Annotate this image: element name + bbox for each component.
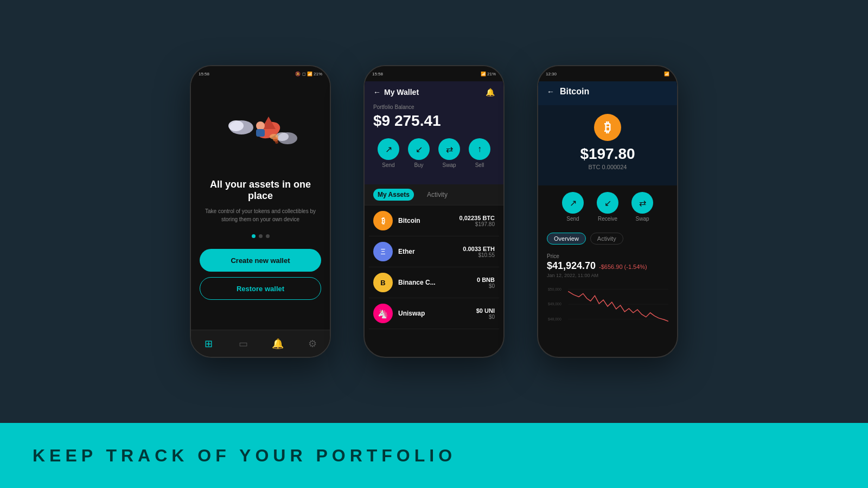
wallet-back[interactable]: ← My Wallet xyxy=(373,88,419,97)
uni-amount-val: $0 UNI xyxy=(476,307,495,314)
uni-name: Uniswap xyxy=(398,310,425,317)
btc-swap-action[interactable]: ⇄ Swap xyxy=(631,192,653,222)
uni-usd-val: $0 xyxy=(476,314,495,320)
bitcoin-info: ₿ $197.80 BTC 0.000024 xyxy=(538,105,677,185)
btc-usd-val: $197.80 xyxy=(459,221,495,227)
nav-bar-1: ⊞ ▭ 🔔 ⚙ xyxy=(191,330,330,357)
svg-text:$48,000: $48,000 xyxy=(548,317,561,321)
asset-list: ₿ Bitcoin 0,02235 BTC $197.80 xyxy=(365,206,503,330)
bnb-amount: 0 BNB $0 xyxy=(477,277,495,289)
tab-my-assets[interactable]: My Assets xyxy=(373,189,414,201)
btc-send-label: Send xyxy=(566,216,579,222)
phone-bitcoin: 12:30 📶 ← Bitcoin ₿ $197.80 BTC 0.000024 xyxy=(537,65,678,358)
list-item[interactable]: Ξ Ether 0.0033 ETH $10.55 xyxy=(369,236,499,267)
btc-symbol: ₿ xyxy=(604,120,611,135)
wallet-screen: ← My Wallet 🔔 Portfolio Balance $9 275.4… xyxy=(365,81,503,330)
asset-left-uni: 🦄 Uniswap xyxy=(373,304,425,323)
bottom-bar: KEEP TRACK OF YOUR PORTFOLIO xyxy=(0,423,868,488)
btc-receive-action[interactable]: ↙ Receive xyxy=(597,192,618,222)
status-bar-3: 12:30 📶 xyxy=(538,66,677,81)
btc-swap-label: Swap xyxy=(635,216,649,222)
tab-overview[interactable]: Overview xyxy=(547,233,586,245)
price-change-val: -$656.90 (-1.54%) xyxy=(599,264,647,270)
sell-action[interactable]: ↑ Sell xyxy=(469,138,490,168)
phone-wallet: 15:58 📶 21% ← My Wallet 🔔 Portfolio Bala… xyxy=(363,65,505,358)
create-wallet-button[interactable]: Create new wallet xyxy=(200,249,321,272)
btc-send-icon: ↗ xyxy=(562,192,584,214)
btc-price-display: $197.80 xyxy=(580,145,635,163)
uni-amount: $0 UNI $0 xyxy=(476,307,495,320)
time-1: 15:58 xyxy=(199,72,209,76)
send-action[interactable]: ↗ Send xyxy=(378,138,399,168)
list-item[interactable]: ₿ Bitcoin 0,02235 BTC $197.80 xyxy=(369,206,499,236)
tab-activity-btc[interactable]: Activity xyxy=(590,233,623,245)
welcome-subtitle: Take control of your tokens and collecti… xyxy=(200,207,321,223)
price-main-val: $41,924.70 xyxy=(547,260,596,272)
price-label: Price xyxy=(547,253,668,259)
nav-gear-icon[interactable]: ⚙ xyxy=(306,337,319,350)
bitcoin-amount: 0,02235 BTC $197.80 xyxy=(459,215,495,227)
bnb-icon: B xyxy=(373,273,393,292)
bottom-bar-text: KEEP TRACK OF YOUR PORTFOLIO xyxy=(33,446,456,466)
eth-amount-val: 0.0033 ETH xyxy=(463,246,495,252)
list-item[interactable]: 🦄 Uniswap $0 UNI $0 xyxy=(369,298,499,329)
list-item[interactable]: B Binance C... 0 BNB $0 xyxy=(369,267,499,298)
icons-1: 🔕 ◻ 📶 21% xyxy=(295,72,322,76)
swap-label: Swap xyxy=(442,162,456,168)
bell-icon[interactable]: 🔔 xyxy=(486,88,495,97)
phone3-screen: ← Bitcoin ₿ $197.80 BTC 0.000024 ↗ Send xyxy=(538,81,677,330)
time-3: 12:30 xyxy=(546,72,557,76)
tab-activity[interactable]: Activity xyxy=(423,189,452,201)
back-arrow-btc[interactable]: ← xyxy=(547,87,554,96)
bitcoin-header: ← Bitcoin xyxy=(538,81,677,105)
send-icon: ↗ xyxy=(378,138,399,160)
ether-name: Ether xyxy=(398,248,415,255)
nav-bell-icon[interactable]: 🔔 xyxy=(271,337,284,350)
restore-wallet-button[interactable]: Restore wallet xyxy=(200,277,321,300)
carousel-dots xyxy=(252,234,270,238)
dot-1 xyxy=(252,234,256,238)
overview-tabs: Overview Activity xyxy=(538,228,677,249)
nav-card-icon[interactable]: ▭ xyxy=(237,337,250,350)
bnb-name: Binance C... xyxy=(398,279,436,286)
eth-usd-val: $10.55 xyxy=(463,252,495,258)
chart-svg: $50,000 $49,000 $48,000 xyxy=(547,285,668,328)
btc-receive-label: Receive xyxy=(598,216,617,222)
btc-action-row: ↗ Send ↙ Receive ⇄ Swap xyxy=(538,185,677,228)
list-item[interactable]: 🐱 Crypto Kitties 8 xyxy=(369,329,499,330)
price-chart: $50,000 $49,000 $48,000 xyxy=(538,282,677,330)
svg-text:$50,000: $50,000 xyxy=(548,287,561,291)
wallet-header-row: ← My Wallet 🔔 xyxy=(373,88,495,97)
wallet-header: ← My Wallet 🔔 Portfolio Balance $9 275.4… xyxy=(365,81,503,184)
svg-point-6 xyxy=(256,121,265,130)
price-row: $41,924.70 -$656.90 (-1.54%) xyxy=(547,260,668,272)
dot-3 xyxy=(266,234,270,238)
btc-holding-amount: BTC 0.000024 xyxy=(589,164,627,170)
sell-icon: ↑ xyxy=(469,138,490,160)
nav-wallet-icon[interactable]: ⊞ xyxy=(202,337,215,350)
ether-icon: Ξ xyxy=(373,242,393,261)
btc-receive-icon: ↙ xyxy=(597,192,618,214)
price-section: Price $41,924.70 -$656.90 (-1.54%) Jan 1… xyxy=(538,249,677,282)
price-date: Jan 12, 2022, 11:00 AM xyxy=(547,273,668,278)
bitcoin-icon: ₿ xyxy=(373,211,393,230)
svg-rect-7 xyxy=(256,129,265,137)
buy-label: Buy xyxy=(414,162,423,168)
icons-2: 📶 21% xyxy=(481,72,496,76)
main-area: 15:58 🔕 ◻ 📶 21% xyxy=(0,0,868,423)
bitcoin-title: Bitcoin xyxy=(560,87,589,97)
asset-left-eth: Ξ Ether xyxy=(373,242,415,261)
dot-2 xyxy=(259,234,263,238)
portfolio-balance: $9 275.41 xyxy=(373,112,495,130)
signal-icons-1: 🔕 ◻ 📶 21% xyxy=(295,72,322,76)
asset-left-bnb: B Binance C... xyxy=(373,273,436,292)
welcome-title: All your assets in one place xyxy=(200,179,321,202)
status-bar-2: 15:58 📶 21% xyxy=(365,66,503,81)
sell-label: Sell xyxy=(475,162,484,168)
svg-text:$49,000: $49,000 xyxy=(548,302,561,306)
swap-action[interactable]: ⇄ Swap xyxy=(438,138,460,168)
buy-action[interactable]: ↙ Buy xyxy=(408,138,430,168)
swap-icon: ⇄ xyxy=(438,138,460,160)
btc-send-action[interactable]: ↗ Send xyxy=(562,192,584,222)
phone2-screen: ← My Wallet 🔔 Portfolio Balance $9 275.4… xyxy=(365,81,503,330)
